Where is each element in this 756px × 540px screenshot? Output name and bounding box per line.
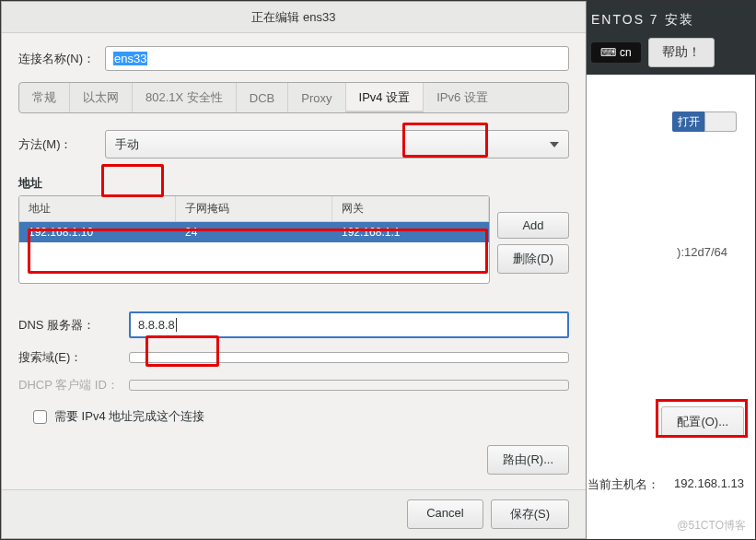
tab-general[interactable]: 常规 [19,83,70,112]
save-button[interactable]: 保存(S) [491,499,569,529]
tab-proxy[interactable]: Proxy [288,83,345,112]
connection-name-value: ens33 [113,52,147,65]
cell-ip: 192.168.1.10 [19,222,176,242]
routes-button[interactable]: 路由(R)... [487,445,569,475]
tabs: 常规 以太网 802.1X 安全性 DCB Proxy IPv4 设置 IPv6… [18,82,569,113]
delete-button[interactable]: 删除(D) [497,244,569,274]
edit-connection-dialog: 正在编辑 ens33 连接名称(N)： ens33 常规 以太网 802.1X … [1,1,587,539]
method-combobox[interactable]: 手动 [105,130,569,158]
watermark: @51CTO博客 [677,518,746,534]
ipv6-address-fragment: ):12d7/64 [677,245,727,259]
toggle-handle [704,112,737,132]
installer-body: 打开 ):12d7/64 配置(O)... 当前主机名： 192.168.1.1… [580,75,755,539]
text-cursor [176,318,177,332]
dns-label: DNS 服务器： [18,317,120,334]
dhcp-client-id-label: DHCP 客户端 ID： [18,377,120,393]
method-value: 手动 [115,136,139,153]
col-address: 地址 [19,196,176,221]
chevron-down-icon [550,142,559,147]
tab-ethernet[interactable]: 以太网 [70,83,133,112]
tab-ipv4[interactable]: IPv4 设置 [346,83,425,112]
tab-dcb[interactable]: DCB [237,83,288,112]
keyboard-indicator[interactable]: ⌨ cn [591,42,641,63]
toggle-on-label: 打开 [672,112,704,132]
tab-8021x[interactable]: 802.1X 安全性 [133,83,237,112]
add-button[interactable]: Add [497,212,569,239]
col-netmask: 子网掩码 [176,196,332,221]
configure-button[interactable]: 配置(O)... [661,406,744,438]
keyboard-icon: ⌨ [600,46,616,59]
cell-gateway: 192.168.1.1 [332,222,489,242]
search-domain-label: 搜索域(E)： [18,349,120,366]
dns-value: 8.8.8.8 [138,318,175,332]
connection-name-input[interactable]: ens33 [105,46,569,71]
installer-header: ENTOS 7 安装 ⌨ cn 帮助！ [580,1,755,75]
require-ipv4-label: 需要 IPv4 地址完成这个连接 [54,408,204,425]
dialog-title: 正在编辑 ens33 [2,2,586,33]
help-button[interactable]: 帮助！ [648,38,715,67]
search-domain-input[interactable] [129,352,569,363]
hostname-value: 192.168.1.13 [674,476,744,493]
require-ipv4-checkbox[interactable] [33,410,47,424]
table-row[interactable]: 192.168.1.10 24 192.168.1.1 [19,222,489,242]
hostname-label: 当前主机名： [587,476,659,493]
method-label: 方法(M)： [18,136,96,153]
dns-input[interactable]: 8.8.8.8 [129,311,569,338]
installer-panel: ENTOS 7 安装 ⌨ cn 帮助！ 打开 ):12d7/64 配置(O)..… [580,1,755,539]
dhcp-client-id-input [129,380,569,391]
cancel-button[interactable]: Cancel [407,499,483,529]
installer-title: ENTOS 7 安装 [591,8,744,38]
dialog-footer: Cancel 保存(S) [2,489,586,538]
connection-name-label: 连接名称(N)： [18,51,96,67]
cell-mask: 24 [176,222,332,242]
address-heading: 地址 [18,175,569,192]
tab-ipv6[interactable]: IPv6 设置 [424,83,501,112]
address-table[interactable]: 地址 子网掩码 网关 192.168.1.10 24 192.168.1.1 [18,195,490,284]
table-header: 地址 子网掩码 网关 [19,196,489,222]
keyboard-layout: cn [620,46,632,59]
col-gateway: 网关 [332,196,489,221]
network-toggle[interactable]: 打开 [672,112,737,132]
